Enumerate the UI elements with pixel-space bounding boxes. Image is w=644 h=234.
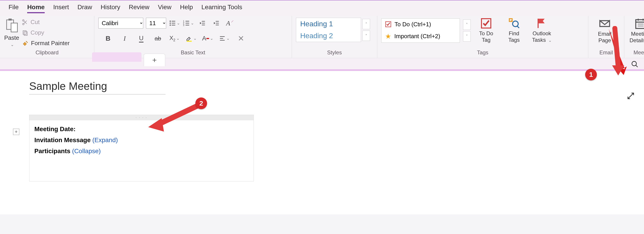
meeting-details-button[interactable]: Meeting Details ⌄: [628, 18, 644, 44]
participants-label: Participants: [34, 148, 72, 154]
cut-button[interactable]: Cut: [22, 19, 70, 26]
menu-home[interactable]: Home: [27, 4, 45, 13]
italic-button[interactable]: I: [119, 33, 130, 44]
tags-scroll-down[interactable]: ˅: [463, 31, 471, 42]
todo-tag-button[interactable]: To Do Tag: [474, 18, 498, 43]
svg-rect-6: [24, 32, 27, 35]
copy-button[interactable]: Copy: [22, 29, 70, 36]
group-basic-text: Calibri 11 ⌄ 123⌄ A⟋ B I U ab X2⌄ ⌄ A⌄ ⌄…: [94, 16, 292, 58]
fullscreen-button[interactable]: [626, 92, 635, 100]
add-section-button[interactable]: +: [144, 54, 165, 66]
tags-gallery[interactable]: To Do (Ctrl+1) ★ Important (Ctrl+2): [381, 18, 460, 43]
svg-point-7: [170, 21, 171, 22]
page-title[interactable]: Sample Meeting: [29, 80, 166, 94]
outline-expand-toggle[interactable]: +: [13, 129, 19, 135]
indent-icon: [213, 20, 220, 26]
group-label-meetings: Meetings: [628, 47, 644, 57]
svg-point-40: [632, 61, 636, 66]
svg-rect-5: [23, 30, 26, 34]
outlook-tasks-button[interactable]: Outlook Tasks ⌄: [530, 18, 554, 43]
highlighter-icon: [186, 35, 192, 42]
menu-learning-tools[interactable]: Learning Tools: [202, 4, 242, 13]
clear-formatting-button[interactable]: A⟋: [224, 18, 236, 28]
section-tab-active[interactable]: [92, 52, 142, 62]
clear-format-icon: A: [226, 19, 230, 27]
group-label-styles: Styles: [296, 47, 373, 57]
bold-button[interactable]: B: [102, 33, 114, 44]
svg-point-32: [513, 21, 518, 27]
svg-point-4: [22, 20, 24, 21]
paintbrush-icon: [22, 40, 29, 47]
ribbon: Paste ⌄ Cut Copy Format Painter Clipboar…: [0, 16, 644, 58]
number-list-icon: 123: [183, 20, 190, 26]
tags-scroll-up[interactable]: ˄: [463, 20, 471, 30]
tag-important[interactable]: ★ Important (Ctrl+2): [382, 30, 460, 42]
annotation-badge-1: 1: [585, 69, 597, 80]
menu-draw[interactable]: Draw: [78, 4, 92, 13]
number-list-button[interactable]: 123⌄: [183, 18, 194, 28]
copy-label: Copy: [30, 29, 44, 36]
svg-rect-25: [186, 41, 192, 42]
font-name-select[interactable]: Calibri: [98, 18, 143, 28]
invitation-expand-link[interactable]: (Expand): [92, 136, 118, 144]
flag-icon: [536, 18, 548, 29]
meeting-details-container[interactable]: · · · · Meeting Date: Invitation Message…: [29, 115, 254, 182]
svg-line-33: [517, 26, 519, 28]
annotation-badge-2: 2: [195, 98, 207, 109]
calendar-icon: [635, 18, 644, 30]
menu-insert[interactable]: Insert: [53, 4, 69, 13]
outdent-button[interactable]: [197, 18, 208, 28]
font-size-select[interactable]: 11: [146, 18, 166, 28]
align-button[interactable]: ⌄: [219, 33, 230, 44]
svg-line-41: [636, 65, 638, 67]
bullet-list-button[interactable]: ⌄: [169, 18, 180, 28]
highlight-button[interactable]: ⌄: [186, 33, 197, 44]
group-label-clipboard: Clipboard: [4, 47, 90, 57]
svg-rect-2: [11, 23, 17, 32]
svg-text:3: 3: [183, 24, 184, 26]
font-color-button[interactable]: A⌄: [202, 33, 213, 44]
outdent-icon: [199, 20, 206, 26]
styles-scroll-up[interactable]: ˄: [362, 19, 370, 29]
paste-icon: [4, 18, 19, 34]
subscript-button[interactable]: X2⌄: [169, 33, 180, 44]
page-canvas[interactable]: Sample Meeting + · · · · Meeting Date: I…: [0, 71, 644, 214]
group-styles: Heading 1 Heading 2 ˄ ˅ Styles: [292, 16, 377, 58]
menu-review[interactable]: Review: [129, 4, 149, 13]
styles-scroll-down[interactable]: ˅: [362, 30, 370, 41]
outlook-tasks-label: Outlook Tasks ⌄: [532, 30, 552, 43]
svg-point-8: [170, 23, 171, 24]
menu-history[interactable]: History: [100, 4, 120, 13]
meeting-date-label: Meeting Date:: [34, 126, 76, 132]
tag-todo[interactable]: To Do (Ctrl+1): [382, 19, 460, 30]
group-clipboard: Paste ⌄ Cut Copy Format Painter Clipboar…: [0, 16, 94, 58]
chevron-down-icon[interactable]: ⌄: [10, 42, 14, 47]
menu-view[interactable]: View: [158, 4, 171, 13]
star-icon: ★: [385, 32, 391, 40]
format-painter-button[interactable]: Format Painter: [22, 40, 70, 47]
delete-button[interactable]: ✕: [235, 33, 246, 44]
search-icon: [631, 60, 638, 68]
styles-gallery[interactable]: Heading 1 Heading 2: [296, 18, 361, 42]
style-heading2[interactable]: Heading 2: [296, 30, 361, 42]
paste-button[interactable]: Paste ⌄: [4, 18, 19, 47]
invitation-row: Invitation Message (Expand): [34, 134, 248, 146]
paste-label: Paste: [4, 34, 19, 41]
align-icon: [219, 35, 226, 42]
bullet-list-icon: [169, 20, 176, 26]
plus-icon: +: [152, 56, 157, 64]
menu-help[interactable]: Help: [180, 4, 193, 13]
search-button[interactable]: [631, 60, 638, 68]
strikethrough-button[interactable]: ab: [152, 33, 164, 44]
participants-collapse-link[interactable]: (Collapse): [72, 148, 101, 154]
find-tags-button[interactable]: Find Tags: [502, 18, 526, 43]
menu-bar: File Home Insert Draw History Review Vie…: [0, 0, 644, 16]
container-drag-handle[interactable]: · · · ·: [30, 115, 254, 120]
participants-row: Participants (Collapse): [34, 146, 248, 156]
menu-file[interactable]: File: [8, 4, 19, 13]
svg-point-3: [22, 23, 24, 25]
svg-marker-43: [148, 118, 164, 132]
indent-button[interactable]: [210, 18, 222, 28]
underline-button[interactable]: U: [136, 33, 147, 44]
style-heading1[interactable]: Heading 1: [296, 18, 361, 30]
